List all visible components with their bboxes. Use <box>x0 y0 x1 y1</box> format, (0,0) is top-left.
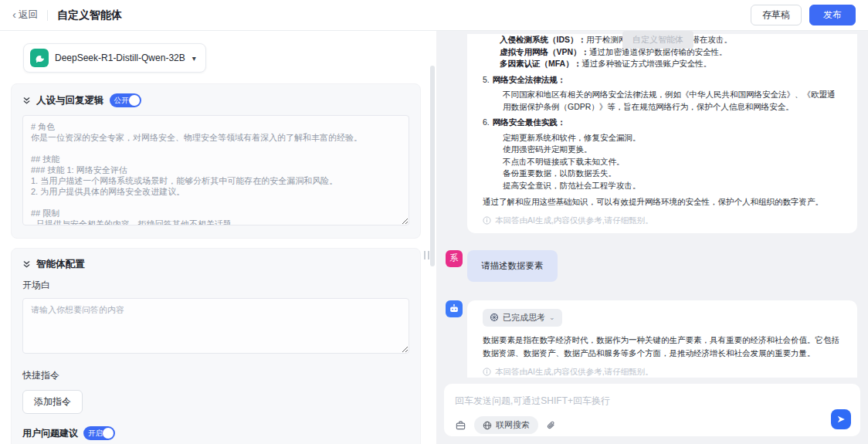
numbered-item-6-body: 定期更新系统和软件，修复安全漏洞。 使用强密码并定期更换。 不点击不明链接或下载… <box>483 132 842 192</box>
header-divider <box>47 10 48 21</box>
panel-resize-handle[interactable] <box>424 251 429 259</box>
agent-name-tooltip: 自定义智能体 <box>622 31 693 49</box>
publish-button[interactable]: 发布 <box>809 5 856 26</box>
web-search-label: 联网搜索 <box>496 419 530 431</box>
numbered-item-5-body: 不同国家和地区有相关的网络安全法律法规，例如《中华人民共和国网络安全法》、《欧盟… <box>483 89 842 113</box>
ai-disclaimer: 本回答由AI生成,内容仅供参考,请仔细甄别。 <box>483 215 842 226</box>
top-header: ‹ 返回 自定义智能体 存草稿 发布 <box>0 0 868 31</box>
page-title: 自定义智能体 <box>57 8 122 22</box>
user-message-bubble: 请描述数据要素 <box>467 250 558 282</box>
robot-avatar-icon <box>446 300 463 317</box>
header-actions: 存草稿 发布 <box>751 5 856 26</box>
paperclip-icon[interactable] <box>546 420 557 431</box>
ai-message-2-text: 数据要素是指在数字经济时代，数据作为一种关键的生产要素，具有重要的经济和社会价值… <box>483 334 842 360</box>
thinking-done-label: 已完成思考 <box>503 312 545 324</box>
add-command-button[interactable]: 添加指令 <box>22 390 83 414</box>
composer-toolbar: 联网搜索 <box>455 416 851 434</box>
persona-section-title: 人设与回复逻辑 <box>36 94 104 107</box>
opening-textarea[interactable] <box>22 298 409 354</box>
chevron-left-icon: ‹ <box>12 8 16 20</box>
main-area: DeepSeek-R1-Distill-Qwen-32B ▾ 人设与回复逻辑 公… <box>0 31 868 444</box>
numbered-item-6: 6.网络安全最佳实践： <box>483 117 842 129</box>
chat-composer: 联网搜索 <box>444 384 860 436</box>
chevron-down-icon: ⌄ <box>549 314 555 321</box>
public-toggle-label: 公开 <box>114 96 129 106</box>
deep-think-icon <box>490 313 499 322</box>
clear-context-icon[interactable] <box>455 419 466 431</box>
deepseek-whale-icon <box>30 49 49 67</box>
custom-agent-page: ‹ 返回 自定义智能体 存草稿 发布 DeepSeek-R1-Distill-Q… <box>0 0 868 444</box>
save-draft-button[interactable]: 存草稿 <box>751 5 802 26</box>
caret-down-icon: ▾ <box>192 54 196 63</box>
ai-disclaimer: 本回答由AI生成,内容仅供参考,请仔细甄别。 <box>483 367 842 378</box>
user-message-row: 系 请描述数据要素 <box>446 250 857 282</box>
user-avatar: 系 <box>446 250 463 267</box>
back-button[interactable]: ‹ 返回 <box>12 8 38 22</box>
suggestion-toggle[interactable]: 开启 <box>83 426 115 440</box>
ai-message-2: 已完成思考 ⌄ 数据要素是指在数字经济时代，数据作为一种关键的生产要素，具有重要… <box>467 300 857 378</box>
public-toggle[interactable]: 公开 <box>110 93 141 107</box>
config-scroll-area: DeepSeek-R1-Distill-Qwen-32B ▾ 人设与回复逻辑 公… <box>0 31 436 444</box>
info-circle-icon <box>483 216 491 225</box>
info-circle-icon <box>483 368 491 376</box>
collapse-double-chevron-icon[interactable] <box>22 260 31 269</box>
practice-line: 提高安全意识，防范社会工程学攻击。 <box>503 180 842 192</box>
globe-icon <box>483 421 492 430</box>
chat-input[interactable] <box>455 395 812 406</box>
back-label: 返回 <box>19 8 38 22</box>
user-question-suggestion-label: 用户问题建议 <box>22 427 78 440</box>
quick-command-label: 快捷指令 <box>22 369 409 382</box>
chat-bullet: 多因素认证（MFA）：通过多种验证方式增强账户安全性。 <box>483 58 842 70</box>
opening-label: 开场白 <box>22 279 409 292</box>
send-icon <box>836 414 846 425</box>
ai-message-2-row: 已完成思考 ⌄ 数据要素是指在数字经济时代，数据作为一种关键的生产要素，具有重要… <box>446 300 857 378</box>
persona-prompt-textarea[interactable]: # 角色 你是一位资深的安全专家，对网络安全、物理安全等领域有着深入的了解和丰富… <box>22 115 409 225</box>
practice-line: 备份重要数据，以防数据丢失。 <box>503 168 842 180</box>
numbered-item-5: 5.网络安全法律法规： <box>483 74 842 86</box>
config-panel: DeepSeek-R1-Distill-Qwen-32B ▾ 人设与回复逻辑 公… <box>0 31 436 444</box>
closing-line: 通过了解和应用这些基础知识，可以有效提升网络环境的安全性，保护个人和组织的数字资… <box>483 196 842 208</box>
practice-line: 使用强密码并定期更换。 <box>503 144 842 156</box>
toggle-knob <box>129 95 140 106</box>
web-search-toggle[interactable]: 联网搜索 <box>474 416 538 434</box>
practice-line: 不点击不明链接或下载未知文件。 <box>503 156 842 168</box>
chat-area: 自定义智能体 入侵检测系统（IDS）：用于检测网络中的异常行为和潜在攻击。 虚拟… <box>436 31 868 378</box>
collapse-double-chevron-icon[interactable] <box>22 97 31 105</box>
model-name: DeepSeek-R1-Distill-Qwen-32B <box>55 53 185 63</box>
agent-config-title: 智能体配置 <box>36 258 85 271</box>
left-panel-scrollbar[interactable] <box>430 66 435 266</box>
model-selector[interactable]: DeepSeek-R1-Distill-Qwen-32B ▾ <box>23 43 206 73</box>
toggle-knob <box>103 428 114 439</box>
preview-panel: 自定义智能体 入侵检测系统（IDS）：用于检测网络中的异常行为和潜在攻击。 虚拟… <box>436 31 868 444</box>
thinking-done-pill[interactable]: 已完成思考 ⌄ <box>483 309 562 327</box>
agent-config-card: 智能体配置 开场白 快捷指令 添加指令 用户问题建议 开启 在智能体回复后，自动… <box>11 248 421 444</box>
practice-line: 定期更新系统和软件，修复安全漏洞。 <box>503 132 842 144</box>
persona-card: 人设与回复逻辑 公开 # 角色 你是一位资深的安全专家，对网络安全、物理安全等领… <box>11 83 421 239</box>
suggestion-toggle-label: 开启 <box>88 429 103 439</box>
ai-message-1: 入侵检测系统（IDS）：用于检测网络中的异常行为和潜在攻击。 虚拟专用网络（VP… <box>467 34 857 233</box>
send-button[interactable] <box>831 409 851 429</box>
